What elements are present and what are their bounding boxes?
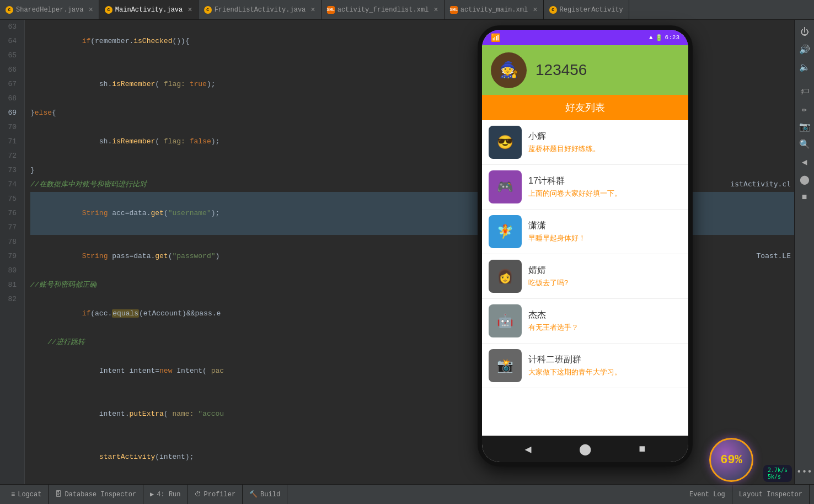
tab-activity-main-xml[interactable]: XML activity_main.xml × — [445, 0, 544, 19]
tab-close[interactable]: × — [310, 6, 315, 14]
java-icon: c — [105, 6, 113, 14]
friend-item-4[interactable]: 👩 婧婧 吃饭去了吗? — [482, 254, 688, 299]
java-icon: c — [549, 6, 557, 14]
database-inspector-button[interactable]: 🗄 Database Inspector — [49, 485, 143, 504]
friend-status-4: 吃饭去了吗? — [528, 278, 682, 288]
logcat-icon: ≡ — [11, 491, 15, 498]
friend-name-1: 小辉 — [528, 131, 682, 142]
volume-up-button[interactable]: 🔊 — [797, 42, 812, 57]
friend-status-1: 蓝桥杯题目好好练练。 — [528, 144, 682, 154]
tab-close[interactable]: × — [88, 6, 93, 14]
tab-label: SharedHelper.java — [16, 6, 83, 14]
recent-nav-button[interactable]: ■ — [797, 190, 812, 205]
line-num-78: 78 — [4, 235, 20, 249]
speed-down: 5k/s — [768, 474, 788, 480]
nav-home-btn[interactable]: ⬤ — [574, 438, 596, 460]
time-display: 6:23 — [665, 34, 679, 41]
phone-screen: 📶 ▲ 🔋 6:23 🧙 123456 好友列表 — [482, 30, 688, 462]
username-display: 123456 — [535, 61, 587, 79]
java-icon: c — [204, 6, 212, 14]
status-icons: ▲ 🔋 6:23 — [649, 34, 679, 41]
tag-icon-button[interactable]: 🏷 — [797, 84, 812, 99]
speed-badge: 2.7k/s 5k/s — [763, 465, 792, 482]
line-num-67: 67 — [4, 77, 20, 92]
code-content[interactable]: if(remember.isChecked()){ sh.isRemember(… — [25, 20, 814, 484]
tab-bar: c SharedHelper.java × c MainActivity.jav… — [0, 0, 814, 20]
camera-button[interactable]: 📷 — [797, 119, 812, 135]
line-num-81: 81 — [4, 278, 20, 292]
nav-back-btn[interactable]: ◀ — [517, 438, 539, 460]
friend-info-3: 潇潇 早睡早起身体好！ — [528, 220, 682, 243]
game-overlay-badge: 69% — [709, 438, 753, 482]
friend-item-5[interactable]: 🤖 杰杰 有无王者选手？ — [482, 299, 688, 344]
line-num-73: 73 — [4, 163, 20, 178]
line-num-65: 65 — [4, 49, 20, 63]
xml-icon: XML — [327, 6, 335, 14]
tab-close[interactable]: × — [533, 6, 537, 14]
line-num-72: 72 — [4, 149, 20, 163]
friend-item-1[interactable]: 😎 小辉 蓝桥杯题目好好练练。 — [482, 120, 688, 165]
database-icon: 🗄 — [55, 490, 62, 498]
more-options-button[interactable]: ••• — [797, 464, 812, 480]
signal-icon: ▲ — [649, 34, 653, 41]
friend-status-5: 有无王者选手？ — [528, 323, 682, 333]
logcat-button[interactable]: ≡ Logcat — [4, 485, 49, 504]
friend-avatar-3: 🧚 — [489, 215, 522, 248]
phone-status-bar: 📶 ▲ 🔋 6:23 — [482, 30, 688, 45]
volume-down-button[interactable]: 🔈 — [797, 60, 812, 75]
friend-avatar-2: 🎮 — [489, 170, 522, 203]
friend-avatar-5: 🤖 — [489, 304, 522, 337]
line-num-63: 63 — [4, 20, 20, 34]
zoom-button[interactable]: 🔍 — [797, 137, 812, 152]
back-nav-button[interactable]: ◀ — [797, 154, 812, 170]
phone-header: 🧙 123456 — [482, 45, 688, 95]
event-log-button[interactable]: Event Log — [683, 485, 732, 504]
line-num-77: 77 — [4, 221, 20, 235]
friend-item-2[interactable]: 🎮 17计科群 上面的问卷大家好好填一下。 — [482, 165, 688, 210]
line-num-69: 69 — [4, 106, 20, 120]
run-button[interactable]: ▶ 4: Run — [143, 485, 188, 504]
line-num-66: 66 — [4, 63, 20, 77]
edit-button[interactable]: ✏ — [797, 101, 812, 117]
tab-close[interactable]: × — [433, 6, 438, 14]
xml-icon: XML — [450, 6, 458, 14]
tab-label: activity_main.xml — [460, 6, 528, 14]
line-numbers-gutter: 63 64 65 66 67 68 69 70 71 72 73 74 75 7… — [0, 20, 25, 484]
tab-sharedhelper[interactable]: c SharedHelper.java × — [0, 0, 99, 19]
right-code-fragment-79: Toast.LE — [756, 251, 791, 260]
power-button[interactable]: ⏻ — [797, 24, 812, 40]
friend-item-6[interactable]: 📸 计科二班副群 大家做下这期的青年大学习。 — [482, 344, 688, 388]
event-log-label: Event Log — [689, 491, 725, 498]
tab-label: MainActivity.java — [115, 6, 183, 14]
profiler-button[interactable]: ⏱ Profiler — [188, 485, 243, 504]
overlay-percent: 69% — [720, 453, 742, 467]
tab-registeractivity[interactable]: c RegisterActivity — [544, 0, 629, 19]
layout-inspector-button[interactable]: Layout Inspector — [732, 485, 810, 504]
build-button[interactable]: 🔨 Build — [243, 485, 287, 504]
run-icon: ▶ — [150, 490, 154, 498]
speed-up: 2.7k/s — [768, 467, 788, 473]
home-nav-button[interactable]: ⬤ — [797, 172, 812, 187]
line-num-79: 79 — [4, 249, 20, 264]
friends-list[interactable]: 😎 小辉 蓝桥杯题目好好练练。 🎮 17计科群 上面的问卷大家好好填一下。 — [482, 120, 688, 436]
line-num-74: 74 — [4, 178, 20, 192]
tab-activity-friendlist-xml[interactable]: XML activity_friendlist.xml × — [322, 0, 445, 19]
line-num-76: 76 — [4, 206, 20, 221]
tab-close[interactable]: × — [188, 6, 192, 14]
tab-friendlistactivity[interactable]: c FriendListActivity.java × — [199, 0, 322, 19]
friend-item-3[interactable]: 🧚 潇潇 早睡早起身体好！ — [482, 210, 688, 254]
build-label: Build — [260, 491, 280, 498]
phone-nav-bar: ◀ ⬤ ■ — [482, 436, 688, 462]
tab-mainactivity[interactable]: c MainActivity.java × — [99, 0, 199, 19]
phone-emulator: 📶 ▲ 🔋 6:23 🧙 123456 好友列表 — [478, 25, 693, 467]
logcat-label: Logcat — [18, 491, 41, 498]
nav-recent-btn[interactable]: ■ — [631, 438, 654, 460]
right-panel: ⏻ 🔊 🔈 🏷 ✏ 📷 🔍 ◀ ⬤ ■ ••• — [794, 20, 814, 484]
friend-name-2: 17计科群 — [528, 175, 682, 187]
code-line-77: finish(); — [30, 479, 808, 484]
friend-avatar-4: 👩 — [489, 260, 522, 293]
friend-info-1: 小辉 蓝桥杯题目好好练练。 — [528, 131, 682, 154]
line-num-80: 80 — [4, 264, 20, 278]
friend-name-6: 计科二班副群 — [528, 354, 682, 366]
line-num-64: 64 — [4, 34, 20, 49]
